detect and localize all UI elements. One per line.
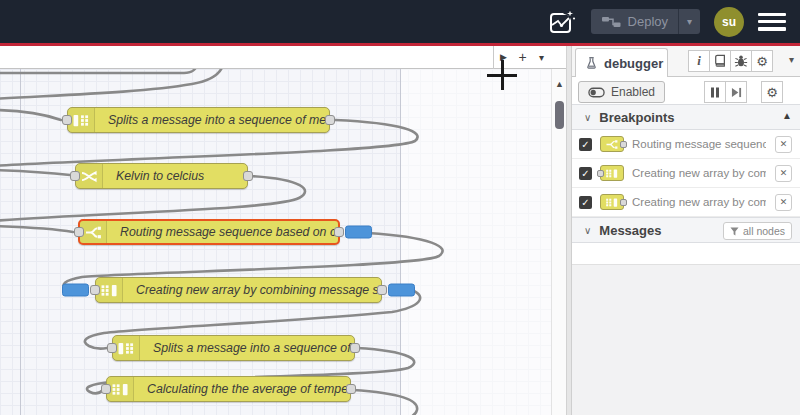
breakpoint-row[interactable]: ✓Routing message sequence based on condi… — [572, 130, 800, 159]
messages-title: Messages — [599, 223, 661, 238]
flow-node[interactable]: Splits a message into a sequence of mess… — [67, 107, 330, 133]
node-label: Splits a message into a sequence of mess… — [95, 113, 329, 127]
sidebar-menu-caret[interactable]: ▾ — [789, 54, 794, 65]
toggle-icon — [588, 87, 605, 98]
gear-icon: ⚙ — [766, 85, 778, 100]
debugger-toolbar: Enabled ⚙ — [572, 77, 800, 104]
node-label: Calculating the the average of temperatu… — [134, 382, 350, 396]
mini-node-icon — [600, 165, 624, 181]
node-label: Creating new array by combining message … — [123, 283, 381, 297]
workspace-region: ▶ + ▾ Splits a message into a seq — [0, 46, 566, 415]
remove-breakpoint-button[interactable]: ✕ — [775, 136, 792, 153]
flow-node[interactable]: Splits a message into a sequence of mess… — [112, 335, 355, 361]
info-button[interactable]: i — [688, 50, 710, 72]
message-filter-button[interactable]: all nodes — [723, 222, 792, 240]
flow-canvas[interactable]: Splits a message into a sequence of mess… — [0, 69, 551, 415]
breakpoint-checkbox[interactable]: ✓ — [579, 196, 592, 209]
flow-node[interactable]: Creating new array by combining message … — [95, 277, 382, 303]
sidebar-tab-buttons: i ⚙ — [689, 50, 773, 72]
output-port[interactable] — [334, 227, 344, 237]
mini-node-port — [620, 199, 627, 206]
flask-icon — [585, 56, 598, 70]
breakpoints-title: Breakpoints — [599, 110, 674, 125]
help-book-button[interactable] — [709, 50, 731, 72]
debugger-config-button[interactable]: ⚙ — [761, 81, 783, 103]
scrollbar-thumb[interactable] — [555, 101, 564, 129]
remove-breakpoint-button[interactable]: ✕ — [775, 194, 792, 211]
output-port[interactable] — [243, 171, 253, 181]
mini-node-port — [620, 141, 627, 148]
pause-button[interactable] — [704, 81, 726, 103]
node-label: Kelvin to celcius — [103, 169, 204, 183]
input-port[interactable] — [74, 227, 84, 237]
deploy-nodes-icon — [601, 15, 621, 29]
flow-list-caret-button[interactable]: ▾ — [532, 46, 551, 69]
node-icon-area — [96, 278, 123, 302]
mini-node-icon — [600, 136, 624, 152]
filter-funnel-icon — [730, 227, 739, 236]
output-port[interactable] — [377, 285, 387, 295]
scrollbar-up-arrow[interactable]: ▲ — [554, 79, 565, 89]
join-node-icon — [605, 197, 619, 208]
deploy-label: Deploy — [628, 14, 668, 29]
breakpoint-checkbox[interactable]: ✓ — [579, 167, 592, 180]
deploy-button-group: Deploy ▾ — [591, 9, 700, 34]
flow-node[interactable]: Kelvin to celcius — [75, 163, 248, 189]
deploy-options-caret[interactable]: ▾ — [678, 9, 700, 34]
list-scroll-up-arrow[interactable]: ▲ — [782, 110, 792, 121]
node-icon-area — [80, 221, 107, 243]
output-port[interactable] — [350, 343, 360, 353]
breakpoints-section-header[interactable]: ∨ Breakpoints ▲ — [572, 104, 800, 130]
mini-node-icon — [600, 194, 624, 210]
node-label: Routing message sequence based on condit… — [107, 225, 338, 239]
add-flow-button[interactable]: + — [513, 46, 532, 69]
sidebar-tab-bar: debugger i ⚙ — [572, 46, 800, 77]
breakpoints-list: ✓Routing message sequence based on condi… — [572, 130, 800, 217]
deploy-button[interactable]: Deploy — [591, 14, 678, 29]
input-port[interactable] — [70, 171, 80, 181]
main-menu-button[interactable] — [758, 11, 786, 33]
chevron-down-icon: ∨ — [584, 112, 591, 123]
breakpoint-label: Creating new array by combining message … — [632, 196, 766, 208]
gear-icon: ⚙ — [756, 54, 768, 69]
step-button[interactable] — [725, 81, 747, 103]
input-port[interactable] — [107, 343, 117, 353]
breakpoint-label: Routing message sequence based on condit… — [632, 138, 766, 150]
book-icon — [713, 54, 727, 68]
input-port[interactable] — [62, 115, 72, 125]
input-port[interactable] — [101, 384, 111, 394]
user-avatar[interactable]: su — [714, 7, 744, 37]
sidebar-settings-button[interactable]: ⚙ — [751, 50, 773, 72]
breakpoint-row[interactable]: ✓Creating new array by combining message… — [572, 188, 800, 217]
join-node-icon — [100, 283, 119, 298]
breakpoint-marker[interactable] — [388, 284, 415, 297]
bug-icon — [734, 54, 748, 68]
debug-bug-button[interactable] — [730, 50, 752, 72]
breakpoint-marker[interactable] — [62, 284, 89, 297]
messages-section-header[interactable]: ∨ Messages all nodes — [572, 217, 800, 243]
tab-debugger[interactable]: debugger — [575, 48, 668, 77]
flow-node[interactable]: Routing message sequence based on condit… — [78, 219, 340, 245]
step-forward-icon — [731, 87, 742, 98]
remove-breakpoint-button[interactable]: ✕ — [775, 165, 792, 182]
output-port[interactable] — [346, 384, 356, 394]
join-node-icon — [111, 382, 130, 397]
breakpoint-marker[interactable] — [345, 226, 372, 239]
switch-node-icon — [605, 139, 619, 150]
enabled-label: Enabled — [611, 85, 655, 99]
split-node-icon — [117, 341, 136, 356]
node-label: Splits a message into a sequence of mess… — [140, 341, 354, 355]
tab-scroll-right-button[interactable]: ▶ — [494, 46, 513, 69]
tab-debugger-label: debugger — [604, 56, 663, 71]
breakpoint-checkbox[interactable]: ✓ — [579, 138, 592, 151]
input-port[interactable] — [90, 285, 100, 295]
output-port[interactable] — [325, 115, 335, 125]
messages-empty-list — [572, 243, 800, 264]
canvas-vertical-scrollbar[interactable]: ▲ — [551, 69, 566, 415]
sidebar-footer — [572, 264, 800, 415]
ai-assistant-button[interactable] — [547, 7, 577, 37]
debugger-enabled-toggle[interactable]: Enabled — [578, 81, 665, 103]
pause-step-group — [705, 81, 747, 103]
flow-node[interactable]: Calculating the the average of temperatu… — [106, 376, 351, 402]
breakpoint-row[interactable]: ✓Creating new array by combining message… — [572, 159, 800, 188]
